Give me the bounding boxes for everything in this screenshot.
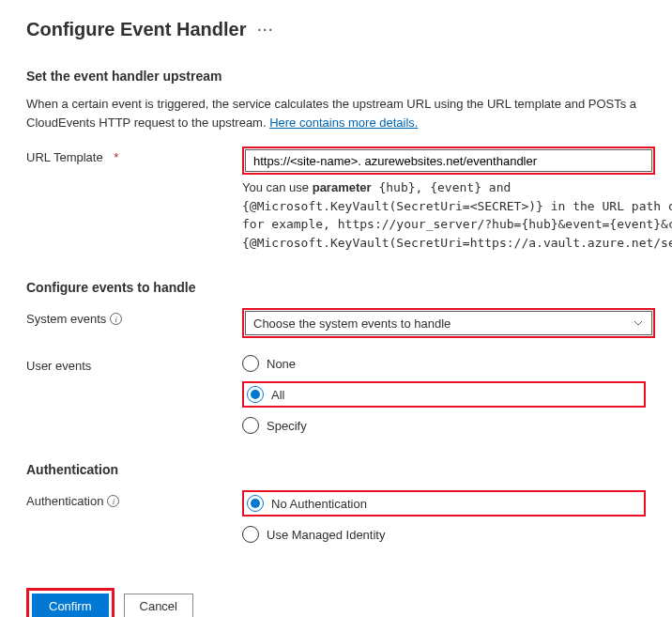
confirm-button-highlight: Confirm <box>26 588 115 617</box>
authentication-radio-group: No Authentication Use Managed Identity <box>242 490 646 543</box>
required-indicator: * <box>114 150 118 164</box>
user-events-radio-group: None All Specify <box>242 355 646 434</box>
authentication-label: Authentication i <box>26 490 242 508</box>
system-events-highlight: Choose the system events to handle <box>242 308 655 338</box>
user-events-label: User events <box>26 355 242 373</box>
page-title-text: Configure Event Handler <box>26 19 246 40</box>
no-authentication-radio[interactable]: No Authentication <box>247 495 367 512</box>
user-events-all-highlight: All <box>242 381 646 408</box>
managed-identity-label: Use Managed Identity <box>267 528 385 542</box>
radio-circle-selected-icon <box>247 386 264 403</box>
authentication-section-header: Authentication <box>26 462 646 477</box>
radio-circle-icon <box>242 417 259 434</box>
user-events-specify-label: Specify <box>267 419 307 433</box>
managed-identity-radio[interactable]: Use Managed Identity <box>242 526 646 543</box>
cancel-button[interactable]: Cancel <box>124 594 193 617</box>
radio-circle-icon <box>242 355 259 372</box>
upstream-description: When a certain event is triggered, the s… <box>26 95 646 131</box>
confirm-button[interactable]: Confirm <box>32 594 109 617</box>
url-template-label: URL Template * <box>26 147 242 164</box>
upstream-section-header: Set the event handler upstream <box>26 69 646 84</box>
page-title: Configure Event Handler ··· <box>26 19 646 40</box>
url-template-highlight <box>242 147 655 175</box>
user-events-all-radio[interactable]: All <box>247 386 284 403</box>
radio-circle-selected-icon <box>247 495 264 512</box>
events-section-header: Configure events to handle <box>26 280 646 295</box>
system-events-dropdown[interactable]: Choose the system events to handle <box>245 311 652 335</box>
button-row: Confirm Cancel <box>26 588 646 617</box>
radio-circle-icon <box>242 526 259 543</box>
no-auth-highlight: No Authentication <box>242 490 646 517</box>
info-icon[interactable]: i <box>110 313 122 325</box>
chevron-down-icon <box>633 317 644 329</box>
user-events-specify-radio[interactable]: Specify <box>242 417 646 434</box>
details-link[interactable]: Here contains more details. <box>269 116 418 130</box>
url-template-input[interactable] <box>245 149 652 172</box>
more-menu-icon[interactable]: ··· <box>257 23 274 38</box>
url-template-help: You can use parameter {hub}, {event} and… <box>242 178 672 252</box>
system-events-placeholder: Choose the system events to handle <box>253 316 451 331</box>
system-events-label: System events i <box>26 308 242 326</box>
info-icon[interactable]: i <box>107 495 119 507</box>
user-events-none-label: None <box>267 357 296 371</box>
user-events-all-label: All <box>271 388 284 402</box>
no-authentication-label: No Authentication <box>271 497 367 511</box>
user-events-none-radio[interactable]: None <box>242 355 646 372</box>
